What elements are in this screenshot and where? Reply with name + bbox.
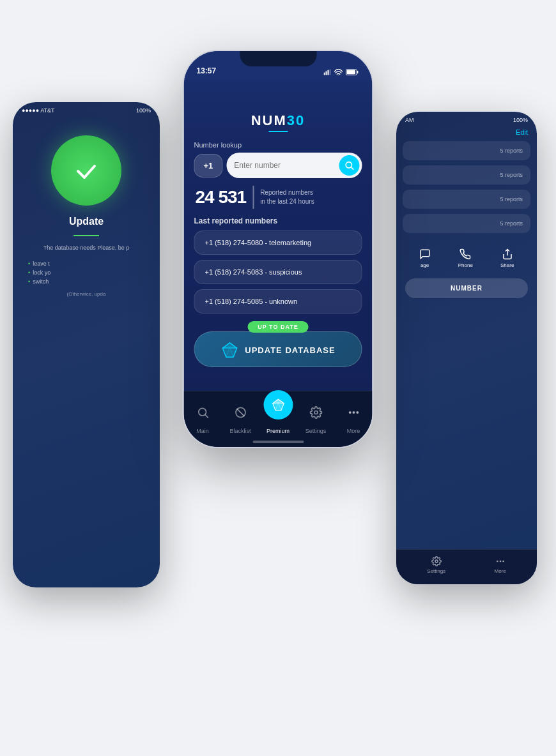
app-content-main: NUM30 Number lookup +1 xyxy=(184,107,373,367)
action-share[interactable]: Share xyxy=(500,248,514,268)
tab-settings[interactable]: Settings xyxy=(297,399,335,434)
search-tab-icon xyxy=(196,406,209,419)
phone-background-right: AM 100% Edit 5 reports 5 reports 5 repor… xyxy=(396,112,537,584)
green-circle-icon xyxy=(51,135,121,206)
right-tab-settings-label: Settings xyxy=(427,568,445,574)
wifi-icon-main xyxy=(334,69,343,75)
ban-tab-icon xyxy=(234,406,247,419)
search-button[interactable] xyxy=(339,155,360,176)
number-card-3[interactable]: +1 (518) 274-5085 - unknown xyxy=(194,289,362,314)
tab-settings-label: Settings xyxy=(305,428,327,434)
phone-inner: 13:57 xyxy=(184,51,373,447)
phone-background-left: ●●●●● AT&T 100% Update The database need… xyxy=(13,102,160,587)
battery-icon-main xyxy=(346,69,360,75)
svg-marker-17 xyxy=(222,347,236,357)
search-row: +1 xyxy=(194,153,362,178)
svg-rect-8 xyxy=(330,70,331,75)
stats-description: Reported numbers in the last 24 hours xyxy=(260,188,314,206)
report-count-2: 5 reports xyxy=(500,172,523,178)
action-share-label: Share xyxy=(500,262,514,268)
svg-line-14 xyxy=(351,167,354,170)
update-database-button[interactable]: UPDATE DATABASE xyxy=(194,331,362,367)
report-count-1: 5 reports xyxy=(500,147,523,154)
action-message-label: age xyxy=(421,262,429,268)
tab-more[interactable]: More xyxy=(335,399,373,434)
report-count-3: 5 reports xyxy=(500,196,523,202)
svg-rect-7 xyxy=(328,70,329,75)
ellipsis-tab-icon xyxy=(347,406,360,419)
tab-premium[interactable]: Premium xyxy=(259,395,297,434)
otherwise-text-left: (Otherwice, upda xyxy=(23,291,150,297)
status-bar-right: AM 100% xyxy=(396,112,537,126)
scene: ●●●●● AT&T 100% Update The database need… xyxy=(0,0,556,756)
logo-area: NUM30 xyxy=(194,107,362,135)
signal-icon xyxy=(324,69,332,75)
home-bar xyxy=(252,441,304,443)
action-phone[interactable]: Phone xyxy=(458,248,473,268)
report-item-2: 5 reports xyxy=(403,165,530,185)
right-tab-settings[interactable]: Settings xyxy=(427,556,445,574)
logo-text: NUM30 xyxy=(194,112,362,129)
right-header: Edit xyxy=(396,126,537,141)
search-input[interactable] xyxy=(234,161,339,170)
stats-number: 24 531 xyxy=(196,187,247,208)
update-body-left: The database needs Please, be p xyxy=(23,244,150,253)
tab-settings-icon-wrap xyxy=(302,399,329,426)
last-reported-title: Last reported numbers xyxy=(194,216,362,225)
carrier-left: ●●●●● AT&T xyxy=(22,107,55,114)
svg-point-2 xyxy=(500,561,500,561)
update-section: UP TO DATE UPDATE DATABASE xyxy=(194,320,362,367)
up-to-date-badge: UP TO DATE xyxy=(247,321,309,333)
logo-underline xyxy=(268,131,288,132)
number-card-2[interactable]: +1 (518) 274-5083 - suspicious xyxy=(194,260,362,284)
svg-point-4 xyxy=(497,561,497,561)
action-message[interactable]: age xyxy=(419,248,431,268)
tab-blacklist[interactable]: Blacklist xyxy=(222,399,259,434)
right-actions: age Phone Share xyxy=(396,238,537,273)
tab-premium-icon-wrap xyxy=(263,390,293,420)
svg-point-3 xyxy=(503,561,504,561)
tab-main[interactable]: Main xyxy=(184,399,222,434)
right-tab-bar: Settings More xyxy=(396,549,537,584)
battery-left: 100% xyxy=(136,107,151,114)
svg-point-1 xyxy=(435,560,438,563)
tab-blacklist-label: Blacklist xyxy=(229,428,251,434)
svg-point-31 xyxy=(349,412,351,414)
logo-num: NUM xyxy=(251,112,287,128)
country-code-button[interactable]: +1 xyxy=(194,154,223,178)
diamond-tab-icon xyxy=(271,398,285,412)
report-count-4: 5 reports xyxy=(500,220,523,227)
tab-more-icon-wrap xyxy=(340,399,367,426)
svg-point-21 xyxy=(198,408,206,416)
svg-point-33 xyxy=(357,412,359,414)
tab-bar-main: Main Blacklist xyxy=(184,391,373,447)
number-card-1[interactable]: +1 (518) 274-5080 - telemarketing xyxy=(194,231,362,255)
bullet-item-3: switch xyxy=(28,277,144,286)
edit-link-right[interactable]: Edit xyxy=(516,128,528,136)
status-bar-left: ●●●●● AT&T 100% xyxy=(13,102,160,116)
search-input-wrapper xyxy=(226,153,362,178)
svg-line-24 xyxy=(236,409,244,416)
tab-blacklist-icon-wrap xyxy=(227,399,254,426)
battery-right: 100% xyxy=(513,117,528,123)
status-bar-main: 13:57 xyxy=(184,51,373,79)
report-item-3: 5 reports xyxy=(403,190,530,209)
svg-point-30 xyxy=(314,411,318,414)
bullet-item-2: lock yo xyxy=(28,268,144,277)
svg-line-22 xyxy=(205,415,208,418)
svg-rect-12 xyxy=(357,71,359,73)
update-divider-left xyxy=(73,235,99,236)
right-bottom-button[interactable]: NUMBER xyxy=(405,278,528,298)
right-tab-more[interactable]: More xyxy=(495,556,506,574)
search-section-label: Number lookup xyxy=(194,141,362,149)
report-list-right: 5 reports 5 reports 5 reports 5 reports xyxy=(396,141,537,233)
update-db-label: UPDATE DATABASE xyxy=(245,345,335,355)
svg-point-13 xyxy=(346,162,351,168)
right-tab-more-label: More xyxy=(495,568,506,574)
tab-main-label: Main xyxy=(196,428,209,434)
stats-divider xyxy=(252,186,254,209)
svg-point-32 xyxy=(353,412,355,414)
phone-main: 13:57 xyxy=(184,51,373,447)
action-phone-label: Phone xyxy=(458,262,473,268)
stats-row: 24 531 Reported numbers in the last 24 h… xyxy=(194,186,362,209)
